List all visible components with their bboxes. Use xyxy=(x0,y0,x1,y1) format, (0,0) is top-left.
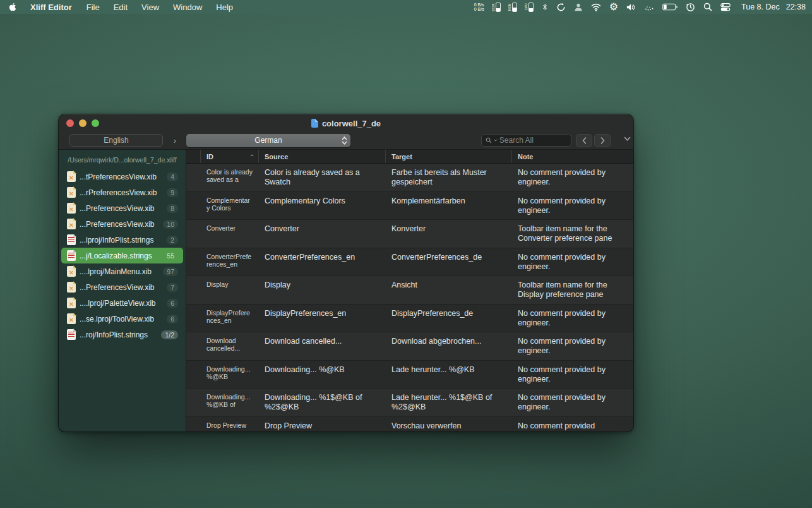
previous-button[interactable] xyxy=(576,134,592,147)
header-note-column[interactable]: Note xyxy=(512,150,633,163)
menu-clock[interactable]: Tue 8. Dec 22:38 xyxy=(739,3,806,11)
table-row[interactable]: Display Display Ansicht Toolbar item nam… xyxy=(186,276,633,305)
cell-id: Downloading... %@KB of xyxy=(201,389,259,416)
header-target-label: Target xyxy=(391,153,412,160)
meter-bar xyxy=(528,3,534,12)
dots-arc-icon[interactable] xyxy=(645,4,654,11)
table-row[interactable]: ConverterPreferences_en ConverterPrefere… xyxy=(186,248,633,277)
volume-icon[interactable] xyxy=(626,3,636,11)
header-target-column[interactable]: Target xyxy=(386,150,512,163)
source-language-field[interactable]: English xyxy=(69,134,163,147)
cell-note: Toolbar item name for the Display prefer… xyxy=(512,276,633,304)
cell-status xyxy=(186,220,201,248)
user-icon[interactable] xyxy=(574,3,583,11)
menu-bar: Xliff Editor FileEditViewWindowHelp 0 B/… xyxy=(0,0,812,14)
mem-meter[interactable]: MEM xyxy=(509,3,517,12)
wifi-icon[interactable] xyxy=(591,3,601,11)
sidebar-file-item[interactable]: ✕ ...PreferencesView.xib 8 xyxy=(61,200,183,216)
sidebar-file-item[interactable]: ...j/Localizable.strings 55 xyxy=(61,248,183,263)
cell-status xyxy=(186,276,201,304)
control-center-icon[interactable] xyxy=(720,3,731,11)
sidebar-file-item[interactable]: ✕ ....lproj/PaletteView.xib 6 xyxy=(61,295,183,311)
search-scope-chevron-icon xyxy=(494,138,498,142)
window-controls xyxy=(59,119,99,127)
gear-icon[interactable]: ⚙ xyxy=(609,2,618,12)
sidebar-item-count-badge: 2 xyxy=(167,236,178,245)
table-row[interactable]: DisplayPreferences_en DisplayPreferences… xyxy=(186,305,633,333)
next-button[interactable] xyxy=(594,134,611,147)
sidebar-item-count-badge: 10 xyxy=(163,220,178,229)
minimize-button[interactable] xyxy=(79,119,87,127)
table-row[interactable]: Drop Preview Drop Preview Vorschau verwe… xyxy=(186,417,633,432)
sidebar-file-item[interactable]: ✕ ...tPreferencesView.xib 4 xyxy=(61,169,183,184)
sidebar-file-item[interactable]: ✕ ...se.lproj/ToolView.xib 6 xyxy=(61,311,183,327)
menu-item-file[interactable]: File xyxy=(80,3,107,12)
close-button[interactable] xyxy=(66,119,74,127)
sidebar-file-item[interactable]: ✕ ...rPreferencesView.xib 9 xyxy=(61,184,183,200)
sync-icon[interactable] xyxy=(556,3,566,12)
sidebar-file-item[interactable]: ✕ ...PreferencesView.xib 10 xyxy=(61,216,183,232)
cell-source: ConverterPreferences_en xyxy=(259,248,386,276)
time-machine-icon[interactable] xyxy=(686,3,695,12)
cell-status xyxy=(186,417,201,432)
sidebar-item-count-badge: 55 xyxy=(163,251,178,260)
cell-target: Ansicht xyxy=(386,276,512,304)
table-row[interactable]: Complementary Colors Complementary Color… xyxy=(186,192,633,221)
sidebar-item-count-badge: 6 xyxy=(167,315,178,324)
table-row[interactable]: Download cancelled... Download cancelled… xyxy=(186,332,633,361)
sidebar-file-item[interactable]: ...lproj/InfoPlist.strings 2 xyxy=(61,232,183,248)
header-id-column[interactable]: ID ⌃ xyxy=(201,150,259,163)
search-field[interactable] xyxy=(481,134,571,147)
sidebar-item-count-badge: 1/2 xyxy=(161,330,178,339)
toolbar-expand-button[interactable] xyxy=(621,134,633,143)
apple-icon xyxy=(9,3,16,11)
menu-item-window[interactable]: Window xyxy=(166,3,209,12)
cell-status xyxy=(186,389,201,416)
menu-bar-status: 0 B/s 0 B/s DISK MEM CPU ⚙ xyxy=(474,2,812,12)
cell-target: Komplementärfarben xyxy=(386,192,512,220)
cell-status xyxy=(186,248,201,276)
sidebar-item-label: ...PreferencesView.xib xyxy=(80,204,163,213)
cell-status xyxy=(186,164,201,191)
menu-item-help[interactable]: Help xyxy=(209,3,240,12)
header-status-column[interactable] xyxy=(186,150,201,163)
disk-meter[interactable]: DISK xyxy=(493,3,501,12)
apple-menu[interactable] xyxy=(0,3,23,11)
cell-source: Downloading... %1$@KB of %2$@KB xyxy=(259,389,386,416)
meter-bar xyxy=(496,3,501,12)
cpu-meter[interactable]: CPU xyxy=(525,3,534,12)
battery-icon[interactable] xyxy=(662,3,678,11)
cell-target: Konverter xyxy=(386,220,512,248)
network-speed-indicator[interactable]: 0 B/s 0 B/s xyxy=(474,3,484,11)
sidebar-item-label: ...PreferencesView.xib xyxy=(80,283,163,292)
header-source-column[interactable]: Source xyxy=(259,150,386,163)
bluetooth-icon[interactable] xyxy=(542,3,548,11)
cell-note: No comment provided by engineer. xyxy=(512,332,633,360)
sidebar-file-item[interactable]: ✕ ...PreferencesView.xib 7 xyxy=(61,279,183,295)
menu-item-view[interactable]: View xyxy=(134,3,166,12)
title-bar[interactable]: colorwell_7_de xyxy=(59,114,633,131)
file-sidebar: /Users/mrqwirk/D...olorwell_7_de.xliff ✕… xyxy=(59,150,186,432)
table-row[interactable]: Downloading... %@KB Downloading... %@KB … xyxy=(186,361,633,389)
meter-bar xyxy=(512,3,517,12)
cell-source: Converter xyxy=(259,220,386,248)
zoom-button[interactable] xyxy=(92,119,99,127)
menu-item-edit[interactable]: Edit xyxy=(107,3,134,12)
table-row[interactable]: Converter Converter Konverter Toolbar it… xyxy=(186,220,633,248)
menu-date: Tue 8. Dec xyxy=(741,3,780,11)
table-row[interactable]: Downloading... %@KB of Downloading... %1… xyxy=(186,389,633,417)
search-input[interactable] xyxy=(499,136,567,145)
file-icon: ✕ xyxy=(67,171,76,182)
sidebar-item-label: ...rPreferencesView.xib xyxy=(80,188,163,197)
sidebar-file-item[interactable]: ...roj/InfoPlist.strings 1/2 xyxy=(61,327,183,342)
target-language-popup[interactable]: German xyxy=(186,134,350,147)
sidebar-file-item[interactable]: ✕ ....lproj/MainMenu.xib 97 xyxy=(61,263,183,279)
table-row[interactable]: Color is already saved as a Color is alr… xyxy=(186,164,633,192)
cell-target: Download abgebrochen... xyxy=(386,332,512,360)
cell-source: Downloading... %@KB xyxy=(259,361,386,389)
file-icon: ✕ xyxy=(67,187,76,198)
cell-target: Lade herunter... %@KB xyxy=(386,361,512,389)
spotlight-icon[interactable] xyxy=(703,3,712,11)
menu-app-name[interactable]: Xliff Editor xyxy=(23,3,80,12)
cell-source: Color is already saved as a Swatch xyxy=(259,164,386,191)
